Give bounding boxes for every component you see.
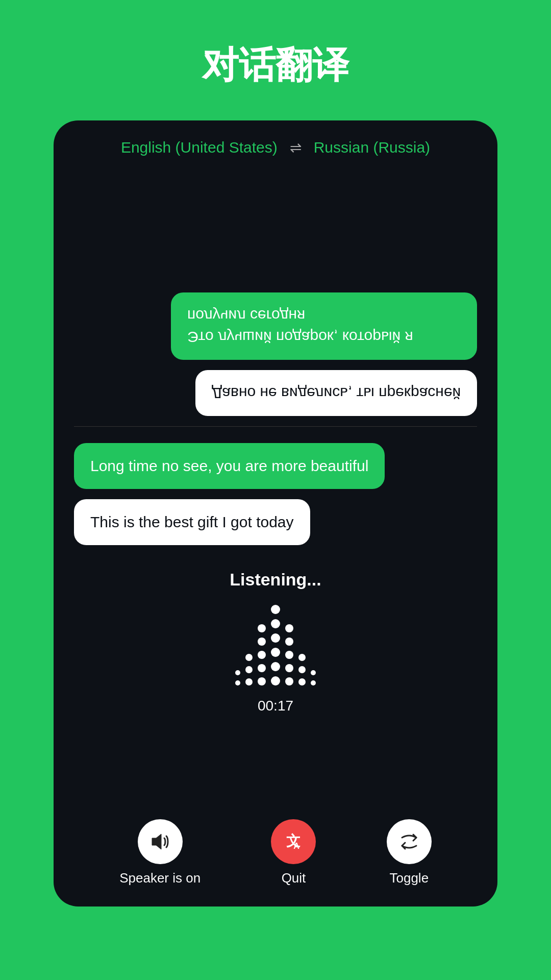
upper-chat-area: Это лучший подарок, который я получил се… (54, 175, 497, 426)
wave-dot (311, 670, 316, 675)
quit-label: Quit (282, 870, 306, 886)
wave-dot (271, 676, 280, 685)
upper-bubble-1: Это лучший подарок, который я получил се… (171, 292, 477, 360)
listening-label: Listening... (230, 570, 321, 590)
wave-dot (258, 664, 266, 672)
wave-dot (285, 651, 293, 659)
lower-bubble-1: Long time no see, you are more beautiful (74, 443, 385, 489)
speaker-button[interactable]: Speaker is on (119, 819, 201, 886)
wave-col-4 (271, 605, 280, 685)
wave-dot (285, 664, 293, 672)
wave-dot (285, 624, 293, 632)
swap-icon[interactable]: ⇌ (290, 139, 302, 156)
toggle-icon-circle[interactable] (387, 819, 432, 864)
wave-col-7 (311, 670, 316, 685)
wave-dot (258, 651, 266, 659)
language-header: English (United States) ⇌ Russian (Russi… (54, 120, 497, 175)
wave-dot (245, 678, 253, 685)
wave-dot (271, 633, 280, 643)
source-language[interactable]: English (United States) (121, 139, 278, 156)
speaker-label: Speaker is on (119, 870, 201, 886)
lower-bubble-2: This is the best gift I got today (74, 499, 310, 545)
wave-col-2 (245, 654, 253, 685)
wave-dot (298, 678, 306, 685)
toggle-button[interactable]: Toggle (387, 819, 432, 886)
wave-dot (245, 666, 253, 673)
svg-text:A: A (294, 842, 300, 850)
wave-dot (258, 624, 266, 632)
page-title: 对话翻译 (202, 41, 349, 90)
quit-button[interactable]: 文 A Quit (271, 819, 316, 886)
wave-dot (298, 666, 306, 673)
wave-col-5 (285, 624, 293, 685)
translator-card: English (United States) ⇌ Russian (Russi… (54, 120, 497, 906)
wave-dot (311, 680, 316, 685)
wave-col-6 (298, 654, 306, 685)
translate-icon: 文 A (282, 830, 305, 853)
speaker-icon (149, 830, 171, 853)
wave-dot (271, 662, 280, 671)
upper-bubble-2: Давно не виделись, ты прекрасней (195, 370, 477, 416)
toggle-label: Toggle (389, 870, 429, 886)
lower-chat-area: Long time no see, you are more beautiful… (54, 427, 497, 557)
waveform-visualization (235, 604, 316, 685)
wave-dot (235, 670, 240, 675)
toggle-icon (398, 830, 420, 853)
wave-dot (285, 677, 293, 685)
wave-dot (258, 677, 266, 685)
speaker-icon-circle[interactable] (138, 819, 183, 864)
target-language[interactable]: Russian (Russia) (314, 139, 430, 156)
wave-dot (285, 638, 293, 646)
wave-dot (298, 654, 306, 661)
wave-dot (235, 680, 240, 685)
wave-dot (271, 648, 280, 657)
quit-icon-circle[interactable]: 文 A (271, 819, 316, 864)
recording-timer: 00:17 (258, 698, 293, 714)
listening-area: Listening... (54, 557, 497, 809)
wave-dot (271, 605, 280, 614)
wave-col-3 (258, 624, 266, 685)
wave-dot (258, 638, 266, 646)
bottom-controls: Speaker is on 文 A Quit Toggl (54, 809, 497, 906)
wave-dot (271, 619, 280, 628)
wave-col-1 (235, 670, 240, 685)
wave-dot (245, 654, 253, 661)
